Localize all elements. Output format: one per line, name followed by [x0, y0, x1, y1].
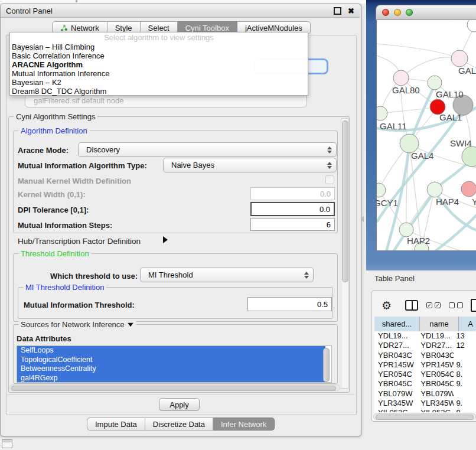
table-cell: 9.	[454, 379, 476, 389]
data-attribute-item[interactable]: TopologicalCoefficient	[17, 356, 325, 365]
data-attribute-item[interactable]: SelfLoops	[17, 346, 325, 356]
apply-button[interactable]: Apply	[159, 398, 200, 411]
expand-arrow-icon[interactable]	[163, 236, 168, 243]
collapse-arrow-icon[interactable]	[128, 322, 133, 326]
table-cell: 8.	[454, 370, 476, 379]
table-row[interactable]: YBL079WYBL079W	[374, 389, 476, 399]
tab-impute-data[interactable]: Impute Data	[87, 418, 145, 431]
table-cell: YLR345W	[417, 399, 454, 408]
network-view-canvas[interactable]: GALGAL80GAL10GAL1GAL11GAL4SWI4HAP4YGCY1H…	[376, 20, 476, 251]
which-threshold-combobox[interactable]: MI Threshold	[140, 268, 314, 282]
tab-infer-network[interactable]: Infer Network	[213, 418, 275, 431]
tab-label: Style	[115, 24, 132, 32]
dropdown-item[interactable]: Mutual Information Inference	[10, 69, 308, 78]
settings-scrollbar-track[interactable]	[341, 118, 348, 389]
column-header-name[interactable]: name	[420, 317, 459, 331]
content-divider	[6, 394, 355, 395]
mi-threshold-field[interactable]: 0.5	[247, 297, 332, 311]
control-panel-titlebar[interactable]: Control Panel ✖	[1, 4, 360, 18]
mi-type-combobox[interactable]: Naive Bayes	[163, 158, 337, 172]
data-attributes-label: Data Attributes	[17, 334, 71, 343]
settings-hscrollbar-thumb[interactable]	[11, 386, 336, 391]
docked-panel-icon[interactable]	[2, 439, 12, 448]
mi-steps-field[interactable]: 6	[250, 218, 335, 231]
panel-splitter-handle[interactable]	[360, 216, 364, 222]
network-node-hap2[interactable]	[399, 223, 413, 237]
network-node-hap4[interactable]	[427, 182, 442, 197]
network-node[interactable]	[467, 20, 476, 32]
network-tab-icon	[60, 24, 68, 32]
data-attribute-item[interactable]: gal4RGexp	[17, 374, 325, 383]
deselect-all-checkbox-icon[interactable]	[457, 302, 463, 308]
hub-definition-label: Hub/Transcription Factor Definition	[18, 237, 141, 246]
close-icon[interactable]: ✖	[348, 7, 354, 15]
network-node-gcy1[interactable]	[377, 183, 386, 197]
network-edge-highlighted	[435, 215, 476, 250]
network-node-gal80[interactable]	[393, 70, 409, 86]
table-row[interactable]: YIL052CYIL052C9.	[374, 408, 476, 412]
select-all-checkbox-icon[interactable]: ✓	[435, 302, 441, 308]
gear-icon[interactable]: ⚙	[382, 300, 392, 311]
dpi-tolerance-label: DPI Tolerance [0,1]:	[18, 206, 89, 214]
node-label: HAP2	[407, 236, 430, 246]
settings-scrollbar-thumb[interactable]	[342, 120, 348, 282]
data-attribute-item[interactable]: BetweennessCentrality	[17, 364, 325, 374]
close-traffic-light-icon[interactable]	[382, 9, 389, 16]
table-row[interactable]: YPR145WYPR145W9.	[374, 360, 476, 370]
table-row[interactable]: YBR043CYBR043C	[374, 351, 476, 360]
tab-discretize-data[interactable]: Discretize Data	[145, 418, 213, 431]
settings-hscrollbar-track[interactable]	[9, 384, 340, 391]
column-layout-icon[interactable]	[405, 300, 418, 311]
table-cell: YBL079W	[417, 389, 454, 399]
manual-kernel-checkbox[interactable]	[325, 175, 334, 184]
tab-label: Select	[148, 24, 169, 32]
dropdown-item[interactable]: Bayesian – K2	[10, 78, 308, 87]
table-cell: 13	[454, 331, 476, 341]
zoom-traffic-light-icon[interactable]	[406, 9, 413, 16]
table-cell: YBR045C	[417, 379, 454, 389]
kernel-width-label: Kernel Width (0,1):	[18, 190, 86, 199]
table-cell: YPR145W	[417, 360, 454, 370]
table-row[interactable]: YDR27...YDR27...12	[374, 341, 476, 350]
dropdown-item[interactable]: Dream8 DC_TDC Algorithm	[10, 87, 308, 96]
node-label: GAL	[458, 66, 476, 76]
table-hscrollbar-track[interactable]	[373, 413, 476, 420]
table-cell: YBR045C	[374, 379, 417, 389]
mi-threshold-legend: MI Threshold Definition	[23, 283, 106, 292]
tab-label: jActiveMNodules	[245, 24, 302, 32]
network-node-gal[interactable]	[451, 50, 468, 67]
table-row[interactable]: YER054CYER054C8.	[374, 370, 476, 379]
table-hscrollbar-thumb[interactable]	[376, 415, 474, 420]
network-node-gal10[interactable]	[428, 76, 442, 90]
table-body: YDL19...YDL19...13YDR27...YDR27...12YBR0…	[374, 331, 476, 412]
document-icon[interactable]	[471, 299, 476, 312]
kernel-width-field[interactable]: 0.0	[250, 187, 335, 200]
table-cell: 9.	[454, 408, 476, 412]
data-attributes-list[interactable]: SelfLoopsTopologicalCoefficientBetweenne…	[17, 345, 332, 383]
dropdown-item[interactable]: ARACNE Algorithm	[10, 60, 308, 69]
dpi-tolerance-field[interactable]: 0.0	[250, 202, 335, 216]
network-node-swi4[interactable]	[462, 146, 476, 167]
attributes-scrollbar-thumb[interactable]	[323, 348, 330, 382]
table-cell: YDR27...	[374, 341, 417, 350]
network-node-y[interactable]	[461, 181, 476, 197]
mi-type-label: Mutual Information Algorithm Type:	[18, 161, 147, 170]
table-row[interactable]: YBR045CYBR045C9.	[374, 379, 476, 389]
table-panel-title: Table Panel	[374, 274, 415, 283]
sources-legend-text: Sources for Network Inference	[21, 320, 125, 329]
select-all-checkbox-icon[interactable]: ✓	[426, 302, 432, 308]
minimize-traffic-light-icon[interactable]	[394, 9, 401, 16]
which-threshold-label: Which threshold to use:	[50, 272, 138, 281]
aracne-mode-combobox[interactable]: Discovery	[78, 142, 337, 157]
network-window-titlebar[interactable]	[376, 5, 476, 20]
aracne-mode-value: Discovery	[86, 145, 120, 154]
table-cell: YBR043C	[417, 351, 454, 360]
float-window-icon[interactable]	[334, 7, 341, 15]
column-header-shared[interactable]: shared...	[374, 317, 420, 331]
aracne-mode-label: Aracne Mode:	[18, 146, 69, 155]
deselect-all-checkbox-icon[interactable]	[449, 302, 455, 308]
table-row[interactable]: YLR345WYLR345W9.	[374, 399, 476, 408]
table-row[interactable]: YDL19...YDL19...13	[374, 331, 476, 341]
column-header-a[interactable]: A	[459, 317, 476, 331]
network-node-gal11[interactable]	[377, 106, 387, 120]
